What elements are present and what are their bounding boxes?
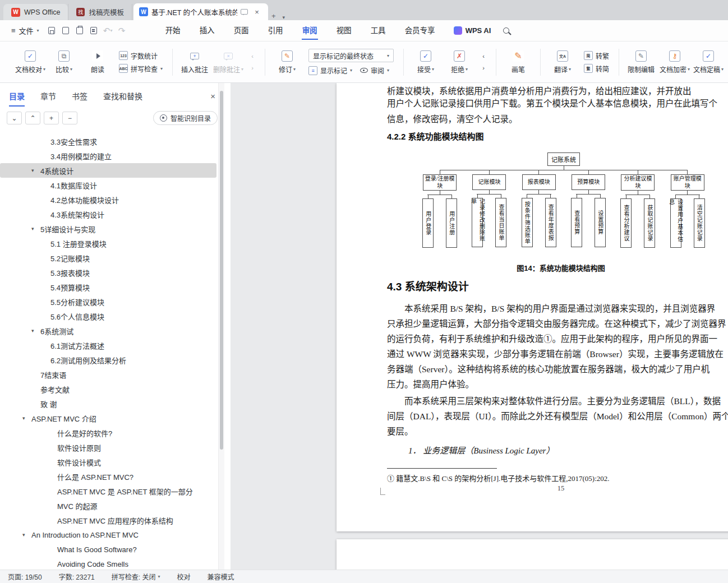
status-spellcheck[interactable]: 拼写检查: 关闭 ▾ <box>112 572 160 581</box>
output-button[interactable] <box>59 24 73 38</box>
outline-item[interactable]: 5.4预算模块 <box>0 280 216 294</box>
search-icon[interactable] <box>503 27 509 34</box>
scrollbar-thumb[interactable] <box>220 91 223 450</box>
next-change-button[interactable]: › <box>477 63 490 73</box>
next-comment-button[interactable]: › <box>246 63 259 73</box>
show-markup-button[interactable]: ≡ 显示标记 ▾ <box>308 66 352 75</box>
review-dropdown-button[interactable]: 审阅 ▾ <box>360 66 389 75</box>
doc-encrypt-button[interactable]: ⚷ 文档加密▾ <box>658 50 692 74</box>
tab-toc[interactable]: 目录 <box>9 90 25 101</box>
previous-change-button[interactable]: ‹ <box>477 52 490 61</box>
outline-item[interactable]: 5.3报表模块 <box>0 265 216 280</box>
print-preview-button[interactable] <box>87 24 101 38</box>
doc-proofread-button[interactable]: ✓ 文档校对▾ <box>13 50 47 74</box>
insert-comment-button[interactable]: + 插入批注 <box>178 50 211 74</box>
outline-item[interactable]: 4.1数据库设计 <box>0 178 216 192</box>
outline-item[interactable]: 什么是 ASP.NET MVC? <box>0 469 216 484</box>
to-simplified-button[interactable]: 繁 转简 <box>584 64 609 73</box>
menu-insert[interactable]: 插入 <box>190 20 224 41</box>
paint-pen-button[interactable]: ✎ 画笔 <box>501 50 535 74</box>
outline-item[interactable]: 5.5分析建议模块 <box>0 294 216 309</box>
outline-item[interactable]: 3.4用例模型的建立 <box>0 149 216 163</box>
expand-all-button[interactable]: ⌄ <box>7 112 22 124</box>
outline-item[interactable]: ▾5详细设计与实现 <box>0 221 216 236</box>
outline-label: 什么是好的软件? <box>57 428 112 438</box>
outline-item[interactable]: What Is Good Software? <box>0 542 216 557</box>
collapse-all-button[interactable]: ⌃ <box>25 112 40 124</box>
tab-list-chevron-icon[interactable]: ▾ <box>279 15 288 20</box>
next-page-top[interactable] <box>337 539 728 570</box>
spell-check-button[interactable]: ABC 拼写检查 ▾ <box>119 64 163 73</box>
print-button[interactable] <box>73 24 87 38</box>
review-ribbon: ✓ 文档校对▾ ⧉ 比较▾ 朗读 123 字数统计 ABC 拼写检查 ▾ + 插… <box>0 41 728 83</box>
menu-page[interactable]: 页面 <box>224 20 259 41</box>
outline-item-selected[interactable]: ▾4系统设计 <box>0 163 216 178</box>
status-proofread[interactable]: 校对 <box>177 572 190 581</box>
outline-item[interactable]: ▾An Introduction to ASP.NET MVC <box>0 528 216 542</box>
status-word-count[interactable]: 字数: 23271 <box>59 572 95 581</box>
outline-item[interactable]: ▾6系统测试 <box>0 323 216 338</box>
zoom-out-button[interactable]: − <box>62 112 77 124</box>
outline-item[interactable]: ▾ASP.NET MVC 介绍 <box>0 411 216 425</box>
outline-item[interactable]: 7结束语 <box>0 367 216 382</box>
outline-item[interactable]: Avoiding Code Smells <box>0 557 216 570</box>
close-tab-icon[interactable]: × <box>251 8 262 16</box>
new-tab-button[interactable]: + <box>268 12 279 20</box>
read-aloud-button[interactable]: 朗读 <box>81 50 114 74</box>
menu-review[interactable]: 审阅 <box>293 20 327 41</box>
redo-button[interactable]: ↷ <box>115 24 129 38</box>
outline-item[interactable]: 致 谢 <box>0 396 216 411</box>
outline-item[interactable]: MVC 的起源 <box>0 498 216 513</box>
outline-item[interactable]: 5.6个人信息模块 <box>0 309 216 323</box>
tab-chapters[interactable]: 章节 <box>40 90 56 101</box>
outline-item[interactable]: ASP.NET MVC 是 ASP.NET 框架的一部分 <box>0 484 216 498</box>
wps-office-tab[interactable]: W WPS Office <box>3 4 68 20</box>
menu-view[interactable]: 视图 <box>327 20 361 41</box>
save-button[interactable] <box>45 24 59 38</box>
zoom-in-button[interactable]: + <box>44 112 59 124</box>
outline-item[interactable]: 4.2总体功能模块设计 <box>0 192 216 207</box>
track-changes-button[interactable]: ✎ 修订▾ <box>270 50 304 74</box>
word-count-button[interactable]: 123 字数统计 <box>119 51 163 61</box>
outline-item[interactable]: 什么是好的软件? <box>0 425 216 440</box>
accept-button[interactable]: ✓ 接受▾ <box>409 50 443 74</box>
file-menu-button[interactable]: ≡ 文件 ▾ <box>6 25 45 36</box>
menu-reference[interactable]: 引用 <box>259 20 293 41</box>
outline-item[interactable]: 软件设计模式 <box>0 455 216 469</box>
tab-find-replace[interactable]: 查找和替换 <box>103 90 142 101</box>
outline-item[interactable]: 4.3系统架构设计 <box>0 207 216 221</box>
status-page-indicator[interactable]: 页面: 19/50 <box>8 572 42 581</box>
translate-button[interactable]: 文A 翻译▾ <box>546 50 579 74</box>
menu-tools[interactable]: 工具 <box>361 20 395 41</box>
restrict-editing-button[interactable]: ✎ 限制编辑 <box>624 50 658 74</box>
reject-button[interactable]: ✗ 拒绝▾ <box>443 50 476 74</box>
outline-item[interactable]: 5.1 注册登录模块 <box>0 236 216 251</box>
document-tab[interactable]: W 基于.NET 的个人账本系统的设 × <box>133 3 268 20</box>
template-tab[interactable]: 找 找稿壳模板 <box>68 4 132 20</box>
document-page[interactable]: 析建议模块，系统依据用户消费单分析用户消费行为，给出相应建议，并开放出 用户个人… <box>337 83 728 531</box>
smart-toc-button[interactable]: 智能识别目录 <box>153 111 218 125</box>
delete-comment-button[interactable]: × 删除批注▾ <box>211 50 245 74</box>
doc-finalize-label: 文档定稿 <box>693 64 720 74</box>
outline-item[interactable]: 6.1测试方法概述 <box>0 338 216 353</box>
outline-item[interactable]: 参考文献 <box>0 382 216 396</box>
menu-member[interactable]: 会员专享 <box>395 20 445 41</box>
outline-item[interactable]: 软件设计原则 <box>0 440 216 455</box>
compare-button[interactable]: ⧉ 比较▾ <box>47 50 81 74</box>
previous-comment-button[interactable]: ‹ <box>246 52 259 61</box>
sidebar-scrollbar[interactable] <box>218 83 224 570</box>
undo-button[interactable]: ↶▾ <box>101 24 115 38</box>
menu-home[interactable]: 开始 <box>156 20 190 41</box>
outline-item[interactable]: 6.2测试用例及结果分析 <box>0 353 216 367</box>
doc-finalize-button[interactable]: ✓ 文档定稿▾ <box>692 50 725 74</box>
outline-item[interactable]: 3.3安全性需求 <box>0 134 216 149</box>
to-traditional-button[interactable]: 简 转繁 <box>584 51 609 61</box>
tab-bookmarks[interactable]: 书签 <box>72 90 87 101</box>
document-area[interactable]: 析建议模块，系统依据用户消费单分析用户消费行为，给出相应建议，并开放出 用户个人… <box>231 83 728 570</box>
outline-item[interactable]: ASP.NET MVC 应用程序的体系结构 <box>0 513 216 528</box>
close-sidebar-icon[interactable]: × <box>210 91 215 101</box>
caret-down-icon: ▾ <box>466 67 468 72</box>
outline-item[interactable]: 5.2记账模块 <box>0 251 216 265</box>
markup-state-select[interactable]: 显示标记的最终状态 ▾ <box>308 49 394 62</box>
wps-ai-button[interactable]: WPS AI <box>454 26 491 35</box>
